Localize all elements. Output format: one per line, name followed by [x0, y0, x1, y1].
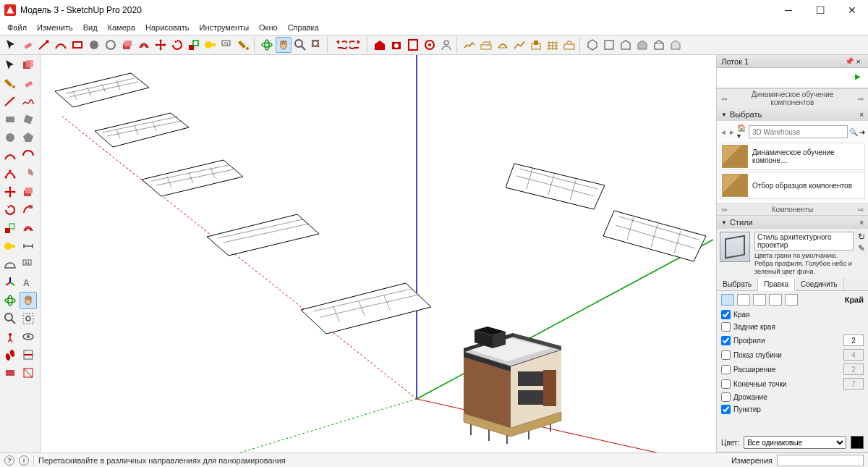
panel-close-icon[interactable]: ×	[859, 111, 864, 119]
arc-icon[interactable]	[1, 147, 19, 164]
color-mode-select[interactable]: Все одинаковые	[744, 436, 846, 449]
tray-pin-icon[interactable]: 📌	[845, 57, 854, 65]
home-icon[interactable]: 🏠▾	[737, 124, 747, 140]
menu-camera[interactable]: Камера	[103, 22, 140, 33]
tab-edit[interactable]: Правка	[758, 278, 795, 291]
circle-icon[interactable]	[1, 129, 19, 146]
style-update-icon[interactable]: ↻	[858, 232, 865, 242]
pushpull-icon[interactable]	[20, 183, 37, 201]
axes-icon[interactable]	[1, 274, 19, 291]
move-icon[interactable]	[1, 183, 19, 201]
nav-prev-icon[interactable]: ⇦	[718, 206, 730, 214]
menu-tools[interactable]: Инструменты	[195, 22, 253, 33]
sandbox-2[interactable]	[478, 37, 494, 53]
text-label-icon[interactable]: A1	[20, 256, 37, 273]
make-component-icon[interactable]	[20, 56, 37, 74]
watermark-settings-icon[interactable]	[769, 294, 782, 306]
menu-draw[interactable]: Нарисовать	[141, 22, 193, 33]
scale-icon[interactable]	[1, 219, 19, 237]
protractor-icon[interactable]	[1, 256, 19, 273]
tab-mix[interactable]: Соединить	[795, 278, 843, 290]
view-right[interactable]	[634, 37, 650, 53]
pan-icon[interactable]	[20, 292, 37, 309]
jitter-checkbox[interactable]	[721, 392, 731, 402]
nav-next-icon[interactable]: ⇨	[855, 206, 867, 214]
view-left[interactable]	[668, 37, 684, 53]
sandbox-3[interactable]	[495, 37, 511, 53]
eraser-tool[interactable]	[20, 37, 35, 53]
edge-settings-icon[interactable]	[721, 294, 734, 306]
rotated-rect-icon[interactable]	[20, 111, 37, 128]
section-cut-icon[interactable]	[20, 364, 37, 382]
look-around-icon[interactable]	[20, 328, 37, 345]
color-swatch[interactable]	[851, 436, 864, 449]
minimize-button[interactable]: ─	[773, 0, 804, 20]
view-back[interactable]	[651, 37, 667, 53]
extension-checkbox[interactable]	[721, 365, 731, 374]
tab-select[interactable]: Выбрать	[717, 278, 758, 290]
layout-button[interactable]	[405, 37, 421, 53]
component-item[interactable]: Отбор образцов компонентов	[720, 172, 865, 199]
section-display-icon[interactable]	[1, 364, 19, 382]
orbit-icon[interactable]	[1, 292, 19, 309]
polygon-icon[interactable]	[20, 129, 37, 146]
freehand-icon[interactable]	[20, 93, 37, 110]
extension-wh-button[interactable]	[388, 37, 404, 53]
arc-tool[interactable]	[53, 37, 69, 53]
tray-header[interactable]: Лоток 1 📌 ×	[717, 55, 868, 68]
menu-edit[interactable]: Изменить	[33, 22, 77, 33]
paint-bucket-icon[interactable]	[1, 75, 19, 92]
tape-tool[interactable]	[203, 37, 218, 53]
search-icon[interactable]: 🔍	[849, 128, 858, 136]
offset-icon[interactable]	[20, 219, 37, 237]
3dtext-icon[interactable]: A	[20, 274, 37, 291]
view-front[interactable]	[618, 37, 634, 53]
tape-icon[interactable]	[1, 237, 19, 255]
redo-button[interactable]	[349, 37, 365, 53]
depth-cue-checkbox[interactable]	[721, 350, 731, 360]
nav-prev-icon[interactable]: ⇦	[718, 95, 730, 103]
modeling-settings-icon[interactable]	[785, 294, 798, 306]
back-edges-checkbox[interactable]	[721, 322, 731, 332]
warehouse-search-input[interactable]	[749, 125, 848, 138]
help-icon[interactable]: ?	[4, 455, 14, 466]
position-camera-icon[interactable]	[1, 328, 19, 345]
zoom-extents-tool[interactable]	[309, 37, 325, 53]
eraser-icon[interactable]	[20, 75, 37, 92]
offset-tool[interactable]	[136, 37, 152, 53]
line-icon[interactable]	[1, 93, 19, 110]
dimension-icon[interactable]	[20, 237, 37, 255]
paint-tool[interactable]	[236, 37, 252, 53]
edges-checkbox[interactable]	[721, 310, 731, 319]
extension-mgr-button[interactable]	[422, 37, 438, 53]
close-button[interactable]: ✕	[836, 0, 868, 20]
background-settings-icon[interactable]	[753, 294, 766, 306]
details-icon[interactable]: ➜	[859, 128, 865, 136]
section-icon[interactable]	[20, 346, 37, 363]
orbit-tool[interactable]	[259, 37, 275, 53]
select-tool[interactable]	[3, 37, 19, 53]
rectangle-icon[interactable]	[1, 111, 19, 128]
components-header[interactable]: ▼ Выбрать ×	[717, 108, 868, 121]
pushpull-tool[interactable]	[119, 37, 135, 53]
endpoints-checkbox[interactable]	[721, 379, 731, 389]
component-item[interactable]: Динамическое обучение компоне…	[720, 143, 865, 170]
sandbox-7[interactable]	[561, 37, 577, 53]
nav-back-icon[interactable]: ◄	[720, 128, 727, 136]
zoom-icon[interactable]	[1, 310, 19, 327]
move-tool[interactable]	[153, 37, 169, 53]
sandbox-5[interactable]	[528, 37, 544, 53]
view-iso[interactable]	[584, 37, 600, 53]
select-icon[interactable]	[1, 56, 19, 74]
line-tool[interactable]	[36, 37, 52, 53]
nav-next-icon[interactable]: ⇨	[855, 95, 867, 103]
tray-close-icon[interactable]: ×	[854, 57, 864, 66]
zoom-window-icon[interactable]	[20, 310, 37, 327]
sandbox-6[interactable]	[545, 37, 561, 53]
zoom-tool[interactable]	[292, 37, 308, 53]
style-thumbnail[interactable]	[720, 232, 750, 262]
warehouse-button[interactable]	[372, 37, 388, 53]
info-icon[interactable]: i	[19, 455, 29, 466]
panel-close-icon[interactable]: ×	[859, 219, 864, 227]
undo-button[interactable]	[332, 37, 348, 53]
